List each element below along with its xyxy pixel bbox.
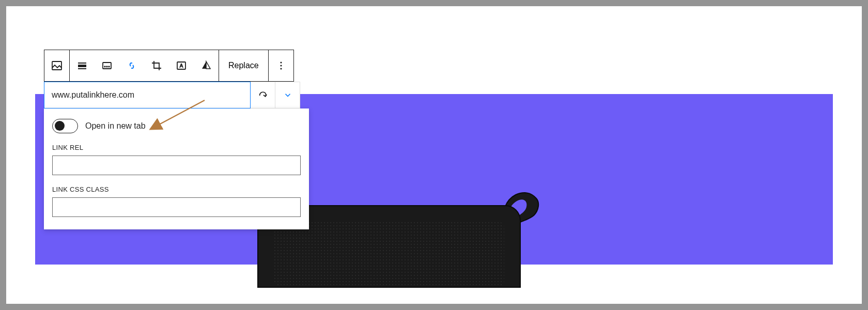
- svg-rect-4: [103, 63, 111, 69]
- submit-icon: [257, 89, 269, 101]
- crop-button[interactable]: [144, 50, 169, 81]
- duotone-button[interactable]: [194, 50, 219, 81]
- image-icon: [51, 59, 63, 72]
- duotone-icon: [200, 59, 212, 72]
- replace-label: Replace: [228, 61, 259, 70]
- editor-frame: Replace: [6, 6, 862, 304]
- align-button[interactable]: [70, 50, 95, 81]
- svg-point-7: [109, 66, 110, 67]
- caption-button[interactable]: [95, 50, 119, 81]
- open-new-tab-toggle[interactable]: [52, 119, 78, 133]
- svg-point-5: [104, 66, 105, 67]
- svg-point-9: [280, 61, 282, 63]
- image-block-button[interactable]: [44, 50, 69, 81]
- text-overlay-button[interactable]: [169, 50, 194, 81]
- svg-rect-1: [78, 63, 86, 64]
- svg-point-11: [280, 68, 282, 69]
- block-toolbar: Replace: [44, 50, 294, 82]
- link-rel-label: LINK REL: [52, 144, 301, 151]
- link-icon: [126, 59, 138, 72]
- caption-icon: [101, 59, 113, 72]
- speaker-mesh: [274, 222, 504, 287]
- link-options-toggle[interactable]: [275, 82, 300, 109]
- align-icon: [76, 59, 88, 72]
- svg-rect-0: [52, 61, 61, 70]
- more-options-button[interactable]: [269, 50, 293, 81]
- link-rel-input[interactable]: [52, 156, 301, 175]
- svg-point-10: [280, 65, 282, 66]
- more-vertical-icon: [275, 59, 287, 72]
- chevron-down-icon: [283, 90, 292, 100]
- link-settings-panel: Open in new tab LINK REL LINK CSS CLASS: [44, 109, 309, 229]
- toolbar-group-block: [44, 50, 70, 81]
- svg-rect-3: [78, 68, 86, 69]
- toolbar-group-more: [269, 50, 293, 81]
- toolbar-group-replace: Replace: [219, 50, 269, 81]
- link-button[interactable]: [119, 50, 144, 81]
- link-css-class-label: LINK CSS CLASS: [52, 185, 301, 193]
- svg-point-6: [106, 66, 107, 67]
- submit-link-button[interactable]: [251, 82, 275, 109]
- toggle-knob: [55, 121, 65, 131]
- replace-button[interactable]: Replace: [219, 50, 268, 81]
- open-new-tab-row: Open in new tab: [52, 119, 301, 133]
- link-css-class-input[interactable]: [52, 197, 301, 217]
- link-url-row: [44, 82, 300, 109]
- svg-rect-2: [78, 65, 86, 67]
- text-overlay-icon: [175, 59, 188, 72]
- svg-rect-8: [177, 62, 185, 69]
- open-new-tab-label: Open in new tab: [85, 121, 146, 131]
- url-input[interactable]: [44, 82, 251, 109]
- toolbar-group-tools: [70, 50, 219, 81]
- crop-icon: [150, 59, 163, 72]
